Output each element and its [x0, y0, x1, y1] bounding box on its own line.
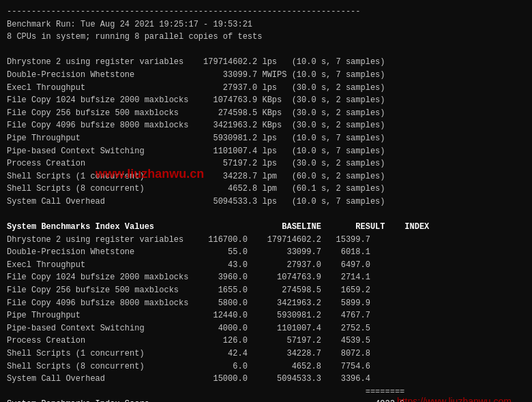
- result-row: Double-Precision Whetstone 33099.7 MWIPS…: [7, 69, 525, 82]
- result-row: Shell Scripts (8 concurrent) 4652.8 lpm …: [7, 183, 525, 196]
- result-row: File Copy 4096 bufsize 8000 maxblocks 34…: [7, 119, 525, 132]
- index-row: Process Creation 126.0 57197.2 4539.5: [7, 335, 525, 347]
- results-section: Dhrystone 2 using register variables 179…: [7, 56, 525, 208]
- index-section: System Benchmarks Index Values BASELINE …: [7, 221, 525, 386]
- watermark2: https://www.liuzhanwu.com: [397, 396, 512, 402]
- result-row: File Copy 256 bufsize 500 maxblocks 2745…: [7, 107, 525, 120]
- result-row: Execl Throughput 27937.0 lps (30.0 s, 2 …: [7, 82, 525, 95]
- watermark1: www.liuzhanwu.cn: [95, 167, 204, 181]
- index-row: Execl Throughput 43.0 27937.0 6497.0: [7, 259, 525, 272]
- result-row: Shell Scripts (1 concurrent) 34228.7 lpm…: [7, 170, 525, 183]
- index-row: File Copy 1024 bufsize 2000 maxblocks 39…: [7, 271, 525, 284]
- index-row: File Copy 256 bufsize 500 maxblocks 1655…: [7, 284, 525, 297]
- index-row: Pipe Throughput 12440.0 5930981.2 4767.7: [7, 309, 525, 322]
- result-row: Dhrystone 2 using register variables 179…: [7, 56, 525, 69]
- result-row: Process Creation 57197.2 lps (30.0 s, 2 …: [7, 157, 525, 170]
- result-row: Pipe Throughput 5930981.2 lps (10.0 s, 7…: [7, 132, 525, 145]
- terminal: ----------------------------------------…: [0, 0, 532, 402]
- index-row: Shell Scripts (8 concurrent) 6.0 4652.8 …: [7, 360, 525, 373]
- result-row: Pipe-based Context Switching 1101007.4 l…: [7, 145, 525, 158]
- index-row: File Copy 4096 bufsize 8000 maxblocks 58…: [7, 297, 525, 310]
- index-header: System Benchmarks Index Values BASELINE …: [7, 221, 525, 234]
- result-row: System Call Overhead 5094533.3 lps (10.0…: [7, 196, 525, 208]
- index-row: System Call Overhead 15000.0 5094533.3 3…: [7, 373, 525, 386]
- index-row: Dhrystone 2 using register variables 116…: [7, 234, 525, 247]
- index-row: Double-Precision Whetstone 55.0 33099.7 …: [7, 246, 525, 259]
- cpu-info-line: 8 CPUs in system; running 8 parallel cop…: [7, 31, 525, 44]
- benchmark-run-line: Benchmark Run: Tue Aug 24 2021 19:25:17 …: [7, 18, 525, 31]
- result-row: File Copy 1024 bufsize 2000 maxblocks 10…: [7, 94, 525, 107]
- separator-top: ----------------------------------------…: [7, 5, 525, 18]
- index-row: Shell Scripts (1 concurrent) 42.4 34228.…: [7, 347, 525, 360]
- index-row: Pipe-based Context Switching 4000.0 1101…: [7, 322, 525, 335]
